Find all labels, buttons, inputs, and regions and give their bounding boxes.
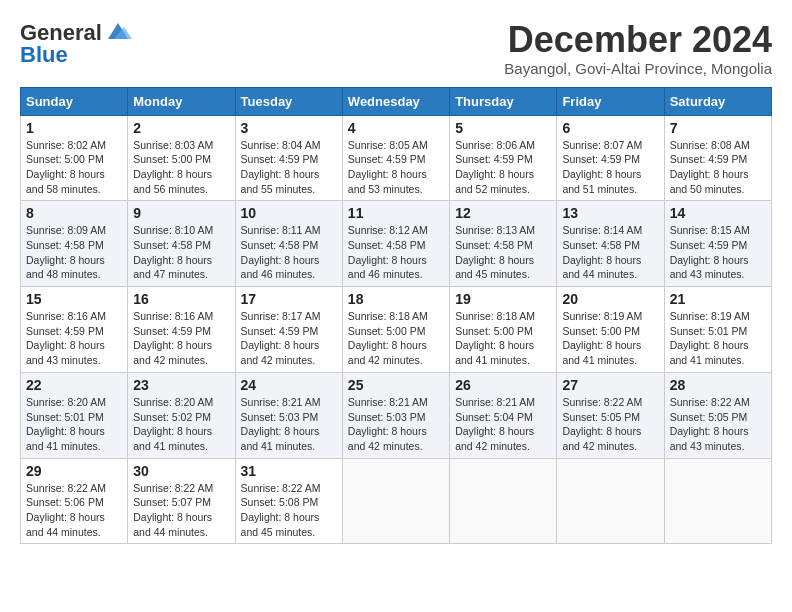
day-number: 30 [133, 463, 229, 479]
day-number: 28 [670, 377, 766, 393]
day-info: Sunrise: 8:20 AMSunset: 5:02 PMDaylight:… [133, 395, 229, 454]
day-header-saturday: Saturday [664, 87, 771, 115]
calendar-cell: 23Sunrise: 8:20 AMSunset: 5:02 PMDayligh… [128, 372, 235, 458]
day-info: Sunrise: 8:22 AMSunset: 5:07 PMDaylight:… [133, 481, 229, 540]
calendar-cell: 18Sunrise: 8:18 AMSunset: 5:00 PMDayligh… [342, 287, 449, 373]
calendar-table: SundayMondayTuesdayWednesdayThursdayFrid… [20, 87, 772, 545]
day-number: 19 [455, 291, 551, 307]
day-info: Sunrise: 8:02 AMSunset: 5:00 PMDaylight:… [26, 138, 122, 197]
day-number: 29 [26, 463, 122, 479]
calendar-cell: 5Sunrise: 8:06 AMSunset: 4:59 PMDaylight… [450, 115, 557, 201]
day-number: 11 [348, 205, 444, 221]
day-number: 16 [133, 291, 229, 307]
page-header: General Blue December 2024 Bayangol, Gov… [20, 20, 772, 77]
day-info: Sunrise: 8:21 AMSunset: 5:03 PMDaylight:… [241, 395, 337, 454]
calendar-cell: 28Sunrise: 8:22 AMSunset: 5:05 PMDayligh… [664, 372, 771, 458]
calendar-cell: 4Sunrise: 8:05 AMSunset: 4:59 PMDaylight… [342, 115, 449, 201]
day-info: Sunrise: 8:22 AMSunset: 5:05 PMDaylight:… [562, 395, 658, 454]
day-number: 5 [455, 120, 551, 136]
day-number: 15 [26, 291, 122, 307]
calendar-week-5: 29Sunrise: 8:22 AMSunset: 5:06 PMDayligh… [21, 458, 772, 544]
day-info: Sunrise: 8:17 AMSunset: 4:59 PMDaylight:… [241, 309, 337, 368]
day-number: 26 [455, 377, 551, 393]
day-number: 27 [562, 377, 658, 393]
day-info: Sunrise: 8:15 AMSunset: 4:59 PMDaylight:… [670, 223, 766, 282]
calendar-cell: 10Sunrise: 8:11 AMSunset: 4:58 PMDayligh… [235, 201, 342, 287]
calendar-cell: 7Sunrise: 8:08 AMSunset: 4:59 PMDaylight… [664, 115, 771, 201]
calendar-cell: 19Sunrise: 8:18 AMSunset: 5:00 PMDayligh… [450, 287, 557, 373]
day-header-monday: Monday [128, 87, 235, 115]
day-info: Sunrise: 8:16 AMSunset: 4:59 PMDaylight:… [26, 309, 122, 368]
calendar-cell [342, 458, 449, 544]
calendar-cell: 1Sunrise: 8:02 AMSunset: 5:00 PMDaylight… [21, 115, 128, 201]
calendar-cell: 30Sunrise: 8:22 AMSunset: 5:07 PMDayligh… [128, 458, 235, 544]
day-number: 23 [133, 377, 229, 393]
calendar-cell: 14Sunrise: 8:15 AMSunset: 4:59 PMDayligh… [664, 201, 771, 287]
calendar-cell: 11Sunrise: 8:12 AMSunset: 4:58 PMDayligh… [342, 201, 449, 287]
calendar-cell: 26Sunrise: 8:21 AMSunset: 5:04 PMDayligh… [450, 372, 557, 458]
day-number: 9 [133, 205, 229, 221]
day-number: 31 [241, 463, 337, 479]
calendar-cell: 21Sunrise: 8:19 AMSunset: 5:01 PMDayligh… [664, 287, 771, 373]
day-info: Sunrise: 8:13 AMSunset: 4:58 PMDaylight:… [455, 223, 551, 282]
day-number: 6 [562, 120, 658, 136]
logo: General Blue [20, 20, 132, 68]
calendar-cell: 9Sunrise: 8:10 AMSunset: 4:58 PMDaylight… [128, 201, 235, 287]
calendar-cell: 13Sunrise: 8:14 AMSunset: 4:58 PMDayligh… [557, 201, 664, 287]
calendar-cell: 31Sunrise: 8:22 AMSunset: 5:08 PMDayligh… [235, 458, 342, 544]
calendar-cell: 27Sunrise: 8:22 AMSunset: 5:05 PMDayligh… [557, 372, 664, 458]
calendar-week-2: 8Sunrise: 8:09 AMSunset: 4:58 PMDaylight… [21, 201, 772, 287]
day-number: 22 [26, 377, 122, 393]
day-info: Sunrise: 8:21 AMSunset: 5:04 PMDaylight:… [455, 395, 551, 454]
day-info: Sunrise: 8:11 AMSunset: 4:58 PMDaylight:… [241, 223, 337, 282]
day-number: 21 [670, 291, 766, 307]
calendar-cell [450, 458, 557, 544]
day-info: Sunrise: 8:04 AMSunset: 4:59 PMDaylight:… [241, 138, 337, 197]
day-number: 25 [348, 377, 444, 393]
day-number: 1 [26, 120, 122, 136]
calendar-week-4: 22Sunrise: 8:20 AMSunset: 5:01 PMDayligh… [21, 372, 772, 458]
month-title: December 2024 [504, 20, 772, 60]
day-info: Sunrise: 8:09 AMSunset: 4:58 PMDaylight:… [26, 223, 122, 282]
day-info: Sunrise: 8:22 AMSunset: 5:06 PMDaylight:… [26, 481, 122, 540]
day-info: Sunrise: 8:16 AMSunset: 4:59 PMDaylight:… [133, 309, 229, 368]
location: Bayangol, Govi-Altai Province, Mongolia [504, 60, 772, 77]
day-header-sunday: Sunday [21, 87, 128, 115]
calendar-week-1: 1Sunrise: 8:02 AMSunset: 5:00 PMDaylight… [21, 115, 772, 201]
day-info: Sunrise: 8:06 AMSunset: 4:59 PMDaylight:… [455, 138, 551, 197]
day-number: 8 [26, 205, 122, 221]
calendar-cell: 8Sunrise: 8:09 AMSunset: 4:58 PMDaylight… [21, 201, 128, 287]
day-number: 7 [670, 120, 766, 136]
logo-icon [104, 21, 132, 43]
calendar-cell [664, 458, 771, 544]
calendar-cell: 17Sunrise: 8:17 AMSunset: 4:59 PMDayligh… [235, 287, 342, 373]
day-info: Sunrise: 8:07 AMSunset: 4:59 PMDaylight:… [562, 138, 658, 197]
day-info: Sunrise: 8:18 AMSunset: 5:00 PMDaylight:… [348, 309, 444, 368]
day-info: Sunrise: 8:05 AMSunset: 4:59 PMDaylight:… [348, 138, 444, 197]
day-info: Sunrise: 8:12 AMSunset: 4:58 PMDaylight:… [348, 223, 444, 282]
day-info: Sunrise: 8:22 AMSunset: 5:05 PMDaylight:… [670, 395, 766, 454]
day-info: Sunrise: 8:14 AMSunset: 4:58 PMDaylight:… [562, 223, 658, 282]
calendar-cell: 29Sunrise: 8:22 AMSunset: 5:06 PMDayligh… [21, 458, 128, 544]
calendar-cell: 20Sunrise: 8:19 AMSunset: 5:00 PMDayligh… [557, 287, 664, 373]
calendar-cell: 24Sunrise: 8:21 AMSunset: 5:03 PMDayligh… [235, 372, 342, 458]
calendar-week-3: 15Sunrise: 8:16 AMSunset: 4:59 PMDayligh… [21, 287, 772, 373]
day-number: 20 [562, 291, 658, 307]
day-number: 18 [348, 291, 444, 307]
calendar-cell: 22Sunrise: 8:20 AMSunset: 5:01 PMDayligh… [21, 372, 128, 458]
calendar-cell [557, 458, 664, 544]
calendar-cell: 3Sunrise: 8:04 AMSunset: 4:59 PMDaylight… [235, 115, 342, 201]
day-info: Sunrise: 8:03 AMSunset: 5:00 PMDaylight:… [133, 138, 229, 197]
day-number: 13 [562, 205, 658, 221]
day-header-wednesday: Wednesday [342, 87, 449, 115]
day-info: Sunrise: 8:18 AMSunset: 5:00 PMDaylight:… [455, 309, 551, 368]
day-number: 10 [241, 205, 337, 221]
day-number: 4 [348, 120, 444, 136]
day-header-friday: Friday [557, 87, 664, 115]
title-block: December 2024 Bayangol, Govi-Altai Provi… [504, 20, 772, 77]
day-info: Sunrise: 8:19 AMSunset: 5:00 PMDaylight:… [562, 309, 658, 368]
day-number: 17 [241, 291, 337, 307]
day-info: Sunrise: 8:21 AMSunset: 5:03 PMDaylight:… [348, 395, 444, 454]
day-number: 24 [241, 377, 337, 393]
day-number: 14 [670, 205, 766, 221]
